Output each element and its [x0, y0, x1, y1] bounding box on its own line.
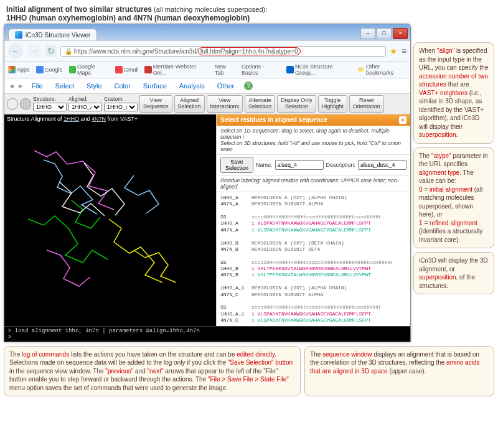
bookmark[interactable]: Google Maps	[69, 63, 109, 76]
bookmark[interactable]: Options - Basics	[242, 63, 280, 76]
help-icon[interactable]: ?	[244, 82, 253, 90]
menu-select[interactable]: Select	[50, 81, 80, 91]
prev-icon[interactable]: ◄	[8, 82, 15, 90]
aligned-select[interactable]: 1HHO_A	[68, 103, 102, 111]
bookmark[interactable]: Google	[36, 66, 63, 73]
menu-analysis[interactable]: Analysis	[174, 81, 210, 91]
note-superposition: iCn3D will display the 3D alignment, or …	[413, 252, 494, 294]
maximize-button[interactable]: □	[377, 28, 392, 39]
bookmark[interactable]: NCBI Structure Group...	[286, 63, 351, 76]
back-button[interactable]: ←	[8, 44, 23, 58]
close-button[interactable]: ×	[393, 28, 408, 39]
seq-header: Select residues in aligned sequence	[220, 116, 327, 124]
alternate-selection-button[interactable]: Alternate Selection	[245, 95, 275, 113]
view-sequence-button[interactable]: View Sequence	[139, 95, 172, 113]
app-icon	[15, 31, 22, 39]
app-menubar: ◄ ► File Select Style Color Surface Anal…	[4, 78, 410, 93]
toggle-all-icon[interactable]	[7, 98, 18, 110]
custom-select[interactable]: 1HHO_cons	[104, 103, 138, 111]
structure-select[interactable]: 1HHO	[33, 103, 67, 111]
residue-label-help: Residue labeling: aligned residue with c…	[217, 175, 410, 192]
toolbar: Structure:1HHO Aligned:1HHO_A Custom:1HH…	[4, 93, 410, 114]
address-bar[interactable]: 🔒 https://www.ncbi.nlm.nih.gov/Structure…	[60, 46, 386, 57]
selection-desc-input[interactable]	[358, 160, 406, 170]
menu-file[interactable]: File	[27, 81, 48, 91]
structure-render	[9, 126, 209, 319]
menu-other[interactable]: Other	[212, 81, 240, 91]
menu-surface[interactable]: Surface	[138, 81, 172, 91]
subtitle: 1HHO (human oxyhemoglobin) and 4N7N (hum…	[6, 14, 250, 22]
note-align: When "align" is specified as the input t…	[413, 42, 494, 144]
bookmark[interactable]: Gmail	[115, 66, 139, 73]
title-bold: Initial alignment of two similar structu…	[6, 5, 152, 14]
sequence-panel: Select residues in aligned sequence× Sel…	[216, 114, 410, 326]
toggle-highlight-button[interactable]: Toggle Highlight	[318, 95, 347, 113]
menu-style[interactable]: Style	[82, 81, 106, 91]
command-log[interactable]: > load alignment 1hho, 4n7n | parameters…	[4, 326, 410, 342]
menu-color[interactable]: Color	[110, 81, 136, 91]
reload-button[interactable]: ↻	[45, 45, 57, 57]
menu-icon[interactable]: ≡	[402, 46, 406, 56]
reset-orientation-button[interactable]: Reset Orientation	[349, 95, 384, 113]
next-icon[interactable]: ►	[17, 82, 24, 90]
other-bookmarks[interactable]: 📁 Other bookmarks	[358, 63, 406, 76]
forward-button[interactable]: →	[27, 44, 42, 58]
bookmarks-bar: Apps Google Google Maps Gmail Merriam-We…	[4, 61, 410, 78]
stage-title: Structure Alignment of 1HHO and 4N7N fro…	[7, 116, 138, 122]
toggle-none-icon[interactable]	[20, 98, 31, 110]
browser-window: iCn3D Structure Viewer – □ × ← → ↻ 🔒 htt…	[4, 24, 411, 342]
3d-viewer[interactable]: Structure Alignment of 1HHO and 4N7N fro…	[4, 114, 216, 326]
close-panel-icon[interactable]: ×	[399, 116, 406, 124]
view-interactions-button[interactable]: View Interactions	[207, 95, 243, 113]
selection-name-input[interactable]	[275, 160, 324, 170]
save-selection-button[interactable]: Save Selection	[220, 157, 253, 173]
note-sequence-window: The sequence window displays an alignmen…	[304, 346, 494, 397]
sequence-body[interactable]: 1HHO_AHEMOGLOBIN A (OXY) (ALPHA CHAIN) 4…	[217, 192, 410, 326]
note-atype: The "atype" parameter in the URL specifi…	[413, 147, 494, 249]
apps-bookmark[interactable]: Apps	[8, 66, 30, 73]
favorite-icon[interactable]: ★	[390, 46, 398, 56]
bookmark[interactable]: Merriam-Webster Onl...	[144, 63, 208, 76]
aligned-selection-button[interactable]: Aligned Selection	[174, 95, 205, 113]
note-commandlog: The log of commands lists the actions yo…	[4, 346, 301, 397]
minimize-button[interactable]: –	[360, 28, 375, 39]
seq-help: Select on 1D Sequences: drag to select, …	[217, 126, 410, 155]
browser-tab[interactable]: iCn3D Structure Viewer	[8, 29, 97, 40]
display-only-button[interactable]: Display Only Selection	[277, 95, 316, 113]
url-highlighted: full.html?align=1hho,4n7n&atype=0	[198, 47, 301, 55]
bookmark[interactable]: New Tab	[215, 63, 235, 76]
page-header: Initial alignment of two similar structu…	[0, 0, 498, 24]
